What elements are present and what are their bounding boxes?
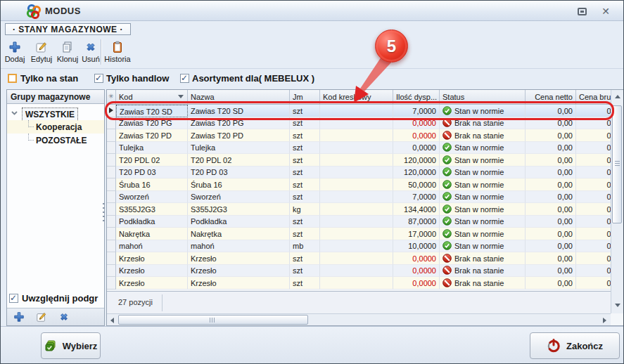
include-subgroups-label: Uwzględnij podgr [22, 293, 98, 304]
cell-jm: szt [290, 154, 320, 167]
scroll-left-button[interactable] [108, 316, 117, 325]
horizontal-scroll-thumb[interactable] [118, 315, 308, 325]
status-ok-icon [442, 180, 452, 189]
cell-ilosc: 17,0000 [393, 228, 440, 240]
cell-status: Stan w normie [440, 216, 526, 228]
splitter-handle[interactable] [103, 203, 105, 221]
table-row[interactable]: NakrętkaNakrętkaszt17,0000Stan w normie0… [107, 228, 611, 240]
add-button[interactable]: Dodaj [2, 38, 27, 67]
tree-item-wszystkie[interactable]: WSZYSTKIE [7, 107, 104, 120]
cell-kod: Śruba 16 [116, 178, 188, 191]
cell-kod: Nakrętka [116, 228, 188, 240]
table-row[interactable]: TulejkaTulejkaszt0,0000Stan w normie0,00… [107, 142, 611, 155]
table-row[interactable]: mahońmahońmb10,0000Stan w normie0,000,00 [107, 240, 611, 253]
cell-cena-brutto: 0,00 [576, 252, 611, 265]
only-in-stock-label: Tylko na stan [20, 73, 78, 84]
column-header-cena-brutto[interactable]: Cena brut... [576, 90, 611, 104]
vertical-scroll-thumb[interactable] [612, 105, 622, 223]
delete-group-button[interactable] [56, 310, 72, 324]
cell-status: Stan w normie [440, 178, 526, 191]
vertical-scrollbar[interactable] [611, 90, 623, 313]
cell-kod: mahoń [116, 240, 188, 253]
title-bar: MODUS ✕ [1, 1, 623, 21]
table-row[interactable]: KrzesłoKrzesłoszt0,0000Brak na stanie0,0… [107, 252, 611, 265]
scroll-down-button[interactable] [613, 301, 622, 310]
cell-kod: Krzesło [116, 252, 188, 265]
tree-item-pozostale[interactable]: POZOSTAŁE [7, 134, 104, 147]
status-ok-icon [442, 216, 452, 226]
bottom-bar: Wybierz Zakończ [1, 326, 623, 364]
groups-panel: Grupy magazynowe WSZYSTKIE Kooperacja PO… [6, 89, 105, 326]
table-row[interactable]: SworzeńSworzeńszt7,0000Stan w normie0,00… [107, 191, 611, 204]
cell-kod-kreskowy [320, 252, 393, 265]
cell-ilosc: 0,0000 [393, 252, 440, 265]
groups-toolbar [7, 308, 104, 325]
scroll-right-button[interactable] [600, 316, 609, 325]
select-layers-icon [44, 339, 57, 352]
cell-cena-netto: 0,00 [526, 167, 576, 179]
cell-nazwa: Zawias T20 PG [188, 117, 290, 130]
close-window-button[interactable]: ✕ [599, 6, 613, 17]
cell-cena-brutto: 0,00 [576, 129, 611, 142]
only-commercial-checkbox[interactable] [94, 74, 103, 83]
only-in-stock-checkbox[interactable] [8, 74, 17, 83]
table-row[interactable]: T20 PDL 02T20 PDL 02szt120,0000Stan w no… [107, 154, 611, 167]
column-header-kod-kreskowy[interactable]: Kod kreskowy [320, 90, 393, 104]
include-subgroups-checkbox[interactable] [9, 294, 18, 303]
history-button[interactable]: Historia [104, 38, 131, 67]
scroll-up-button[interactable] [613, 92, 622, 101]
status-ok-icon [442, 204, 452, 214]
cell-status: Stan w normie [440, 105, 526, 117]
cell-cena-brutto: 0,00 [576, 178, 611, 191]
cell-nazwa: S355J2G3 [188, 203, 290, 216]
horizontal-scrollbar[interactable] [107, 313, 611, 325]
edit-group-button[interactable] [34, 310, 49, 324]
column-header-status[interactable]: Status [440, 90, 526, 104]
table-row[interactable]: KrzesłoKrzesłoszt0,0000Brak na stanie0,0… [107, 277, 611, 290]
restore-window-button[interactable] [575, 6, 589, 17]
table-row[interactable]: Zawias T20 SDZawias T20 SDszt7,0000Stan … [107, 105, 611, 117]
cell-jm: szt [290, 216, 320, 228]
table-row[interactable]: T20 PD 03T20 PD 03szt120,0000Stan w norm… [107, 167, 611, 179]
grid-customize-icon[interactable]: ✳ [107, 90, 116, 104]
assortment-checkbox[interactable] [180, 74, 189, 83]
exit-button[interactable]: Zakończ [530, 332, 620, 359]
add-group-button[interactable] [11, 310, 27, 324]
column-header-ilosc[interactable]: Ilość dysp... [393, 90, 440, 104]
table-row[interactable]: PodkładkaPodkładkaszt87,0000Stan w normi… [107, 216, 611, 228]
grid-footer: 27 pozycji [107, 291, 611, 313]
column-header-nazwa[interactable]: Nazwa [188, 90, 290, 104]
status-ok-icon [442, 192, 452, 201]
status-ok-icon [442, 155, 452, 164]
delete-button[interactable]: Usuń [79, 38, 102, 67]
cell-nazwa: Krzesło [188, 252, 290, 265]
table-row[interactable]: KrzesłoKrzesłoszt0,0000Brak na stanie0,0… [107, 265, 611, 278]
cell-cena-netto: 0,00 [526, 216, 576, 228]
column-header-jm[interactable]: Jm [290, 90, 320, 104]
cell-cena-netto: 0,00 [526, 252, 576, 265]
clone-button[interactable]: Klonuj [55, 38, 80, 67]
cell-status: Stan w normie [440, 154, 526, 167]
edit-button[interactable]: Edytuj [29, 38, 54, 67]
cell-jm: szt [290, 142, 320, 155]
row-indicator [107, 216, 116, 228]
status-ok-icon [442, 143, 452, 152]
cell-cena-brutto: 0,00 [576, 277, 611, 290]
column-header-cena-netto[interactable]: Cena netto [526, 90, 576, 104]
select-button[interactable]: Wybierz [41, 332, 101, 359]
pencil-icon [35, 41, 48, 53]
cell-jm: szt [290, 178, 320, 191]
cell-jm: szt [290, 129, 320, 142]
tree-item-kooperacja[interactable]: Kooperacja [7, 120, 104, 134]
view-caption-bar: · STANY MAGAZYNOWE · [1, 21, 623, 35]
status-brak-icon [442, 131, 452, 140]
table-row[interactable]: Śruba 16Śruba 16szt50,0000Stan w normie0… [107, 178, 611, 191]
cell-ilosc: 134,4000 [393, 203, 440, 216]
table-row[interactable]: Zawias T20 PDZawias T20 PDszt0,0000Brak … [107, 129, 611, 142]
table-row[interactable]: S355J2G3S355J2G3kg134,4000Stan w normie0… [107, 203, 611, 216]
cell-kod: Zawias T20 SD [116, 105, 188, 117]
column-header-kod[interactable]: Kod [116, 90, 188, 104]
arrow-left-icon [110, 318, 114, 323]
cell-nazwa: T20 PD 03 [188, 167, 290, 179]
table-row[interactable]: Zawias T20 PGZawias T20 PGszt0,0000Brak … [107, 117, 611, 130]
